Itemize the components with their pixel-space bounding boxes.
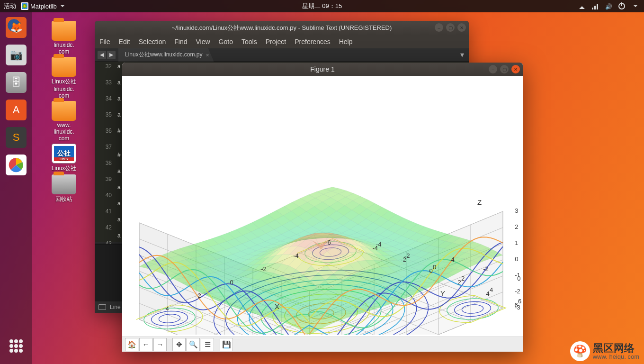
minimize-button[interactable]: ‒: [435, 23, 443, 32]
figure-titlebar[interactable]: Figure 1 ‒ ▢ ✕: [122, 63, 523, 76]
menu-find[interactable]: Find: [174, 38, 187, 46]
dock-matplotlib[interactable]: [4, 153, 28, 177]
menu-project[interactable]: Project: [266, 38, 286, 46]
svg-text:0: 0: [429, 267, 432, 274]
menu-preferences[interactable]: Preferences: [295, 38, 330, 46]
back-button[interactable]: ←: [139, 338, 152, 351]
dock-sublime[interactable]: S: [4, 125, 28, 150]
chevron-down-icon: [61, 5, 64, 9]
sublime-tabs: ◀ ▶ Linux公社www.linuxidc.com.py× ▾: [95, 48, 469, 62]
sublime-titlebar[interactable]: ~/linuxidc.com/Linux公社www.linuxidc.com.p…: [95, 21, 469, 35]
svg-text:-2: -2: [261, 265, 267, 273]
desktop-icon[interactable]: Linux公社 linuxidc. com: [43, 57, 85, 99]
tab-file[interactable]: Linux公社www.linuxidc.com.py×: [118, 48, 214, 62]
desktop-icon[interactable]: www. linuxidc. com: [43, 101, 85, 142]
menu-tools[interactable]: Tools: [242, 38, 257, 46]
top-bar: 活动 Matplotlib 星期二 09：15: [0, 0, 644, 12]
svg-text:2: 2: [515, 223, 518, 230]
home-button[interactable]: 🏠: [125, 338, 138, 351]
desktop-icon[interactable]: linuxidc. com: [43, 21, 85, 55]
svg-text:-1: -1: [515, 272, 520, 279]
menu-selection[interactable]: Selection: [139, 38, 166, 46]
indicator-triangle-icon[interactable]: [579, 3, 585, 9]
volume-icon[interactable]: [605, 3, 612, 9]
svg-text:-4: -4: [449, 256, 455, 263]
chevron-down-icon: [634, 5, 637, 9]
activities-button[interactable]: 活动: [4, 2, 16, 10]
svg-text:4: 4: [165, 305, 169, 312]
svg-text:4: 4: [490, 286, 493, 293]
dock-files[interactable]: 🗄: [4, 70, 28, 95]
svg-text:1: 1: [515, 239, 518, 246]
close-tab-icon[interactable]: ×: [206, 52, 209, 58]
svg-text:0: 0: [230, 279, 233, 286]
status-line-label: Line: [110, 304, 121, 310]
dock-firefox[interactable]: 🦊: [4, 15, 28, 40]
svg-text:2: 2: [457, 279, 461, 286]
svg-text:2: 2: [461, 275, 465, 282]
tab-next-button[interactable]: ▶: [107, 51, 116, 59]
svg-text:0: 0: [515, 255, 518, 263]
app-indicator[interactable]: Matplotlib: [21, 2, 64, 10]
panel-switcher-icon[interactable]: [98, 304, 106, 310]
matplotlib-icon: [21, 2, 28, 10]
dock-show-apps[interactable]: [4, 334, 28, 358]
mushroom-icon: 🍄: [570, 341, 590, 361]
svg-text:3: 3: [515, 207, 518, 214]
svg-text:-3: -3: [515, 304, 520, 311]
z-axis-label: Z: [477, 198, 482, 206]
svg-text:0: 0: [433, 264, 436, 271]
maximize-button[interactable]: ▢: [500, 65, 509, 73]
tab-prev-button[interactable]: ◀: [98, 51, 106, 59]
close-button[interactable]: ✕: [511, 65, 520, 73]
svg-text:-2: -2: [515, 288, 520, 295]
svg-text:4: 4: [486, 290, 489, 297]
figure-canvas[interactable]: -6-4-2024-4-20246-4-20246-3-2-10123-4-20…: [122, 76, 523, 337]
menu-file[interactable]: File: [99, 38, 110, 46]
sublime-title: ~/linuxidc.com/Linux公社www.linuxidc.com.p…: [172, 24, 392, 32]
dock-camera[interactable]: 📷: [4, 43, 28, 67]
configure-button[interactable]: ☰: [201, 338, 214, 351]
save-button[interactable]: 💾: [220, 338, 233, 351]
svg-text:-4: -4: [293, 252, 299, 259]
forward-button[interactable]: →: [153, 338, 167, 351]
dock: 🦊 📷 🗄 A S: [0, 12, 32, 364]
figure-title: Figure 1: [310, 65, 334, 73]
menu-goto[interactable]: Goto: [219, 38, 233, 46]
power-icon[interactable]: [618, 3, 625, 9]
y-axis-label: Y: [440, 289, 445, 297]
svg-text:-2: -2: [483, 265, 489, 273]
watermark: 🍄 黑区网络www. heiqu. com: [570, 341, 639, 361]
window-figure: Figure 1 ‒ ▢ ✕ -6-4-2024-4-20246-4-20246…: [122, 63, 523, 352]
tab-dropdown-icon[interactable]: ▾: [456, 50, 469, 59]
figure-toolbar: 🏠 ← → ✥ 🔍 ☰ 💾: [122, 337, 523, 352]
sublime-menubar: FileEditSelectionFindViewGotoToolsProjec…: [95, 35, 469, 48]
plot-3d: -6-4-2024-4-20246-4-20246-3-2-10123-4-20…: [122, 76, 523, 335]
network-icon[interactable]: [592, 3, 599, 9]
menu-view[interactable]: View: [196, 38, 210, 46]
zoom-button[interactable]: 🔍: [187, 338, 200, 351]
desktop-icons: linuxidc. comLinux公社 linuxidc. comwww. l…: [43, 21, 85, 203]
clock[interactable]: 星期二 09：15: [302, 2, 342, 10]
desktop-icon[interactable]: 回收站: [43, 174, 85, 203]
pan-button[interactable]: ✥: [172, 338, 186, 351]
x-axis-label: X: [275, 302, 279, 310]
close-button[interactable]: ✕: [457, 23, 466, 32]
dock-software[interactable]: A: [4, 98, 28, 122]
minimize-button[interactable]: ‒: [489, 65, 497, 73]
desktop-icon[interactable]: 公社LinuxLinux公社: [43, 144, 85, 173]
svg-text:2: 2: [197, 292, 201, 299]
menu-edit[interactable]: Edit: [119, 38, 130, 46]
svg-text:-2: -2: [404, 252, 410, 259]
menu-help[interactable]: Help: [339, 38, 353, 46]
svg-text:-6: -6: [325, 239, 331, 246]
maximize-button[interactable]: ▢: [446, 23, 455, 32]
svg-text:-4: -4: [376, 241, 382, 248]
